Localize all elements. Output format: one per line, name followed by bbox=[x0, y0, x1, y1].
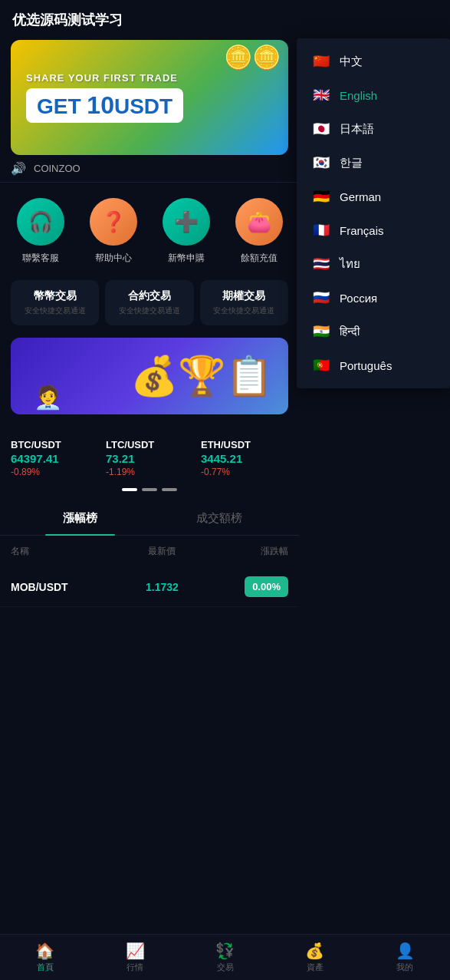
col-name-header: 名稱 bbox=[11, 545, 112, 558]
nav-profile[interactable]: 👤 我的 bbox=[360, 942, 450, 973]
price-ticker: BTC/USDT 64397.41 -0.89% LTC/USDT 73.21 … bbox=[0, 427, 299, 483]
tab-volume-rank[interactable]: 成交額榜 bbox=[149, 502, 288, 535]
recharge-icon: 👛 bbox=[235, 198, 283, 246]
tab-rise-rank[interactable]: 漲幅榜 bbox=[11, 502, 149, 535]
lang-item-french[interactable]: 🇫🇷 Français bbox=[297, 213, 450, 247]
new-coin-icon: ➕ bbox=[163, 198, 210, 246]
table-row[interactable]: MOB/USDT 1.1732 0.00% bbox=[0, 567, 299, 607]
lang-label-chinese: 中文 bbox=[340, 54, 363, 69]
ticker-ltc-pair: LTC/USDT bbox=[106, 439, 193, 450]
ticker-ltc-price: 73.21 bbox=[106, 452, 193, 465]
lang-item-japanese[interactable]: 🇯🇵 日本語 bbox=[297, 112, 450, 146]
action-recharge[interactable]: 👛 餘額充值 bbox=[226, 198, 291, 265]
nav-assets-label: 資產 bbox=[307, 962, 324, 973]
flag-thai: 🇹🇭 bbox=[312, 255, 330, 273]
lang-label-japanese: 日本語 bbox=[340, 122, 374, 137]
banner-content: SHARE YOUR FIRST TRADE GET 10USDT bbox=[26, 72, 183, 123]
flag-russian: 🇷🇺 bbox=[312, 289, 330, 307]
lang-item-korean[interactable]: 🇰🇷 한글 bbox=[297, 146, 450, 180]
nav-home[interactable]: 🏠 首頁 bbox=[0, 942, 90, 973]
marquee-bar: 🔊 COINZOO bbox=[0, 155, 299, 183]
ranking-tabs: 漲幅榜 成交額榜 bbox=[0, 502, 299, 536]
action-new-coin[interactable]: ➕ 新幣申購 bbox=[153, 198, 218, 265]
options-trade-title: 期權交易 bbox=[208, 289, 281, 303]
header: 优选源码测试学习 bbox=[0, 0, 450, 40]
ticker-btc-pair: BTC/USDT bbox=[11, 439, 98, 450]
assets-icon: 💰 bbox=[305, 942, 324, 960]
promo-banner[interactable]: SHARE YOUR FIRST TRADE GET 10USDT 🪙🪙 bbox=[11, 40, 288, 155]
lang-label-thai: ไทย bbox=[340, 255, 360, 273]
second-banner[interactable]: 🧑‍💼 💰🏆📋 bbox=[11, 338, 288, 414]
bottom-nav: 🏠 首頁 📈 行情 💱 交易 💰 資產 👤 我的 bbox=[0, 934, 450, 980]
ticker-btc-price: 64397.41 bbox=[11, 452, 98, 465]
home-icon: 🏠 bbox=[35, 942, 54, 960]
flag-portuguese: 🇵🇹 bbox=[312, 356, 330, 375]
lang-label-korean: 한글 bbox=[340, 156, 363, 170]
flag-chinese: 🇨🇳 bbox=[312, 52, 330, 71]
ticker-ltc-change: -1.19% bbox=[106, 467, 193, 477]
flag-hindi: 🇮🇳 bbox=[312, 322, 330, 341]
ticker-btc[interactable]: BTC/USDT 64397.41 -0.89% bbox=[11, 439, 98, 477]
ticker-eth-pair: ETH/USDT bbox=[201, 439, 288, 450]
action-recharge-label: 餘額充值 bbox=[241, 252, 278, 265]
options-trade-button[interactable]: 期權交易 安全快捷交易通道 bbox=[200, 280, 288, 325]
lang-item-russian[interactable]: 🇷🇺 Россия bbox=[297, 281, 450, 315]
nav-home-label: 首頁 bbox=[37, 962, 54, 973]
trade-icon: 💱 bbox=[215, 942, 235, 960]
lang-label-german: German bbox=[340, 190, 381, 203]
flag-german: 🇩🇪 bbox=[312, 187, 330, 206]
ticker-ltc[interactable]: LTC/USDT 73.21 -1.19% bbox=[106, 439, 193, 477]
second-banner-coins: 💰🏆📋 bbox=[130, 354, 273, 398]
lang-item-english[interactable]: 🇬🇧 English bbox=[297, 78, 450, 112]
row-pair-name: MOB/USDT bbox=[11, 581, 112, 593]
nav-profile-label: 我的 bbox=[396, 962, 413, 973]
lang-item-chinese[interactable]: 🇨🇳 中文 bbox=[297, 45, 450, 78]
nav-trade-label: 交易 bbox=[217, 962, 234, 973]
col-price-header: 最新價 bbox=[112, 545, 213, 558]
nav-assets[interactable]: 💰 資產 bbox=[270, 942, 360, 973]
action-customer-service-label: 聯繫客服 bbox=[22, 252, 59, 265]
lang-item-german[interactable]: 🇩🇪 German bbox=[297, 180, 450, 213]
ticker-eth-price: 3445.21 bbox=[201, 452, 288, 465]
customer-service-icon: 🎧 bbox=[17, 198, 64, 246]
banner-share-text: SHARE YOUR FIRST TRADE bbox=[26, 72, 183, 84]
nav-market-label: 行情 bbox=[126, 962, 143, 973]
action-help-label: 帮助中心 bbox=[95, 252, 132, 265]
lang-item-hindi[interactable]: 🇮🇳 हिन्दी bbox=[297, 315, 450, 348]
nav-trade[interactable]: 💱 交易 bbox=[180, 942, 270, 973]
dot-2 bbox=[142, 488, 157, 491]
marquee-text: COINZOO bbox=[34, 163, 80, 174]
table-header: 名稱 最新價 漲跌幅 bbox=[0, 536, 299, 567]
lang-item-portuguese[interactable]: 🇵🇹 Português bbox=[297, 348, 450, 382]
dot-1 bbox=[122, 488, 137, 491]
contract-trade-title: 合約交易 bbox=[113, 289, 186, 303]
action-customer-service[interactable]: 🎧 聯繫客服 bbox=[8, 198, 73, 265]
dot-3 bbox=[162, 488, 177, 491]
profile-icon: 👤 bbox=[396, 942, 415, 960]
ticker-btc-change: -0.89% bbox=[11, 467, 98, 477]
flag-japanese: 🇯🇵 bbox=[312, 120, 330, 138]
contract-trade-sub: 安全快捷交易通道 bbox=[113, 305, 186, 316]
dot-indicator bbox=[0, 483, 299, 502]
banner-amount: 10 bbox=[87, 91, 114, 119]
spot-trade-sub: 安全快捷交易通道 bbox=[18, 305, 91, 316]
flag-french: 🇫🇷 bbox=[312, 221, 330, 239]
banner-get-prefix: GET bbox=[37, 94, 87, 118]
lang-label-english: English bbox=[340, 89, 377, 102]
ticker-eth[interactable]: ETH/USDT 3445.21 -0.77% bbox=[201, 439, 288, 477]
banner-currency: USDT bbox=[114, 94, 172, 118]
language-dropdown: 🇨🇳 中文 🇬🇧 English 🇯🇵 日本語 🇰🇷 한글 🇩🇪 German … bbox=[297, 38, 450, 388]
lang-label-hindi: हिन्दी bbox=[340, 325, 360, 338]
market-icon: 📈 bbox=[126, 942, 145, 960]
lang-item-thai[interactable]: 🇹🇭 ไทย bbox=[297, 247, 450, 281]
spot-trade-button[interactable]: 幣幣交易 安全快捷交易通道 bbox=[11, 280, 99, 325]
lang-label-french: Français bbox=[340, 224, 384, 237]
nav-market[interactable]: 📈 行情 bbox=[90, 942, 179, 973]
trade-buttons: 幣幣交易 安全快捷交易通道 合約交易 安全快捷交易通道 期權交易 安全快捷交易通… bbox=[0, 280, 299, 338]
flag-korean: 🇰🇷 bbox=[312, 153, 330, 172]
lang-label-portuguese: Português bbox=[340, 359, 392, 372]
spot-trade-title: 幣幣交易 bbox=[18, 289, 91, 303]
action-help-center[interactable]: ❓ 帮助中心 bbox=[80, 198, 146, 265]
flag-english: 🇬🇧 bbox=[312, 86, 330, 104]
contract-trade-button[interactable]: 合約交易 安全快捷交易通道 bbox=[105, 280, 193, 325]
